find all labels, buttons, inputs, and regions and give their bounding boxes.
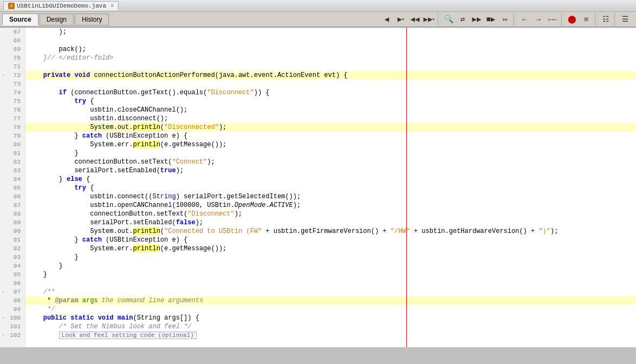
line-content-75: try { — [25, 98, 94, 105]
code-line-79: } catch (USBtinException e) { — [25, 132, 636, 140]
line-number-78: 78 — [7, 124, 23, 131]
line-number-93: 93 — [7, 254, 23, 261]
line-number-92: 92 — [7, 245, 23, 252]
line-number-79: 79 — [7, 133, 23, 139]
line-content-91: } catch (USBtinException e) { — [25, 236, 187, 244]
line-content-101: /* Set the Nimbus look and feel */ — [25, 323, 191, 330]
line-number-87: 87 — [7, 202, 23, 209]
source-tab[interactable]: Source — [2, 14, 38, 25]
collapsed-region-102[interactable]: Look and feel setting code (optional) — [59, 332, 197, 339]
code-line-87: usbtin.openCANChannel(100000, USBtin.Ope… — [25, 201, 636, 210]
line-number-70: 70 — [7, 55, 23, 61]
line-number-75: 75 — [7, 98, 23, 105]
line-content-100: public static void main(String args[]) { — [25, 314, 199, 322]
line-number-99: 99 — [7, 306, 23, 313]
line-number-90: 90 — [7, 228, 23, 235]
code-line-92: System.err.println(e.getMessage()); — [25, 244, 636, 253]
code-line-78: System.out.println("Disconnected"); — [25, 123, 636, 132]
editor-container: 6768697071−72737475767778798081828384858… — [0, 28, 636, 347]
line-content-67: ); — [25, 28, 67, 36]
gutter-line-94: 94 — [0, 262, 25, 270]
toolbar-toggle-btn[interactable]: ⇄ — [456, 13, 469, 26]
toolbar-step2-btn[interactable]: ■▶ — [484, 13, 497, 26]
gutter-line-71: 71 — [0, 62, 25, 71]
code-line-77: usbtin.disconnect(); — [25, 114, 636, 123]
file-tab[interactable]: J USBtinLibGUIDemoDemo.java × — [3, 1, 119, 10]
line-number-97: 97 — [7, 289, 23, 295]
line-number-91: 91 — [7, 237, 23, 243]
code-editor[interactable]: ); pack(); }// </editor-fold> private vo… — [25, 28, 636, 347]
toolbar-left2-btn[interactable]: ←← — [546, 13, 559, 26]
toolbar-flag-btn[interactable]: ☰ — [619, 13, 632, 26]
gutter-line-67: 67 — [0, 28, 25, 36]
line-number-86: 86 — [7, 193, 23, 200]
gutter-line-101: 101 — [0, 322, 25, 331]
line-content-90: System.out.println("Connected to USBtin … — [25, 227, 558, 235]
gutter-line-92: 92 — [0, 244, 25, 253]
java-icon: J — [8, 3, 15, 9]
line-number-98: 98 — [7, 297, 23, 304]
gutter-line-97: −97 — [0, 288, 25, 296]
code-line-98: * @param args the command line arguments — [25, 296, 636, 305]
gutter-line-77: 77 — [0, 114, 25, 123]
gutter-line-95: 95 — [0, 270, 25, 279]
line-content-93: } — [25, 253, 79, 261]
line-number-82: 82 — [7, 159, 23, 165]
gutter-line-72: −72 — [0, 71, 25, 80]
gutter-line-79: 79 — [0, 132, 25, 140]
close-tab-button[interactable]: × — [111, 3, 114, 9]
gutter-line-87: 87 — [0, 201, 25, 210]
toolbar-step-btn[interactable]: ▶▶ — [470, 13, 483, 26]
history-tab[interactable]: History — [75, 14, 109, 25]
code-line-80: System.err.println(e.getMessage()); — [25, 140, 636, 149]
line-content-94: } — [25, 262, 63, 270]
toolbar-stop2-btn[interactable]: ■ — [580, 13, 593, 26]
code-line-99: */ — [25, 305, 636, 314]
line-content-83: serialPort.setEnabled(true); — [25, 167, 184, 174]
toolbar-search-btn[interactable]: 🔍 — [442, 13, 455, 26]
code-line-94: } — [25, 262, 636, 270]
line-content-78: System.out.println("Disconnected"); — [25, 123, 226, 131]
line-number-88: 88 — [7, 211, 23, 217]
code-line-73 — [25, 80, 636, 88]
filename: USBtinLibGUIDemoDemo.java — [17, 3, 106, 9]
gutter-line-88: 88 — [0, 210, 25, 218]
gutter-line-96: 96 — [0, 279, 25, 288]
fold-control-100[interactable]: − — [0, 315, 7, 321]
line-number-101: 101 — [7, 323, 23, 330]
line-number-84: 84 — [7, 176, 23, 183]
code-line-71 — [25, 62, 636, 71]
fold-control-102[interactable]: − — [0, 333, 7, 338]
toolbar-forward2-split-btn[interactable]: ▶▶▼ — [423, 13, 436, 26]
toolbar-back2-btn[interactable]: ◀◀ — [408, 13, 421, 26]
code-line-93: } — [25, 253, 636, 262]
code-line-101: /* Set the Nimbus look and feel */ — [25, 322, 636, 331]
line-number-74: 74 — [7, 89, 23, 96]
line-content-86: usbtin.connect((String) serialPort.getSe… — [25, 193, 301, 200]
line-number-68: 68 — [7, 37, 23, 44]
line-number-83: 83 — [7, 167, 23, 174]
toolbar-right-btn[interactable]: → — [532, 13, 545, 26]
code-line-83: serialPort.setEnabled(true); — [25, 166, 636, 175]
line-content-99: */ — [25, 306, 55, 313]
line-content-97: /** — [25, 288, 55, 296]
line-content-82: connectionButton.setText("Connect"); — [25, 158, 215, 166]
line-content-102: Look and feel setting code (optional) — [25, 332, 197, 339]
gutter-line-89: 89 — [0, 218, 25, 227]
line-content-84: } else { — [25, 176, 90, 183]
line-number-72: 72 — [7, 72, 23, 79]
toolbar-forward-split-btn[interactable]: ▶▼ — [394, 13, 407, 26]
design-tab[interactable]: Design — [40, 14, 74, 25]
toolbar-stop-btn[interactable]: ⬤ — [566, 13, 579, 26]
toolbar-back-btn[interactable]: ◀ — [380, 13, 393, 26]
toolbar-grid-btn[interactable]: ☷ — [599, 13, 612, 26]
toolbar-expand-btn[interactable]: ↦ — [498, 13, 511, 26]
line-content-79: } catch (USBtinException e) { — [25, 132, 187, 140]
toolbar-left-btn[interactable]: ← — [518, 13, 531, 26]
fold-control-97[interactable]: − — [0, 289, 7, 295]
gutter-line-90: 90 — [0, 227, 25, 236]
fold-control-72[interactable]: − — [0, 73, 7, 78]
line-number-67: 67 — [7, 29, 23, 35]
code-line-97: /** — [25, 288, 636, 296]
gutter-line-91: 91 — [0, 236, 25, 244]
